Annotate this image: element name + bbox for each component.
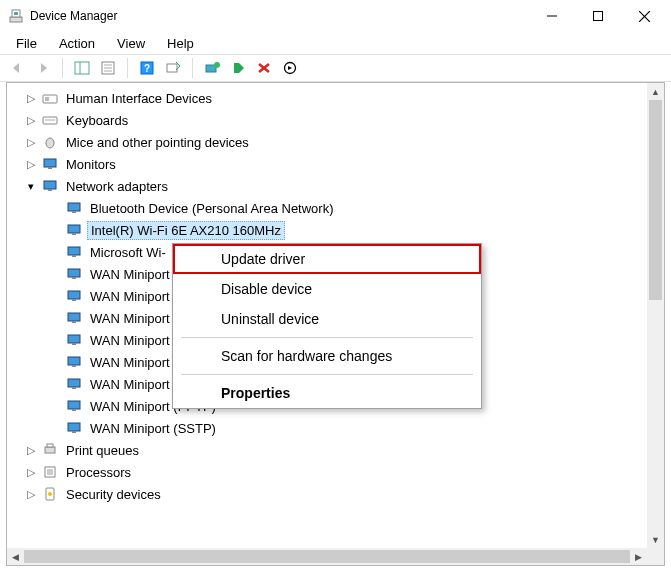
tree-node-mice[interactable]: ▷ Mice and other pointing devices xyxy=(11,131,647,153)
svg-rect-46 xyxy=(72,365,76,367)
svg-rect-54 xyxy=(47,444,53,447)
tree-node-keyboards[interactable]: ▷ Keyboards xyxy=(11,109,647,131)
expand-icon[interactable]: ▷ xyxy=(23,134,39,150)
toolbar-separator xyxy=(192,58,193,78)
ctx-scan-hardware[interactable]: Scan for hardware changes xyxy=(173,341,481,371)
processor-icon xyxy=(41,464,59,480)
menu-view[interactable]: View xyxy=(107,34,155,53)
svg-rect-35 xyxy=(68,247,80,255)
svg-rect-2 xyxy=(14,12,18,15)
adapter-icon xyxy=(65,310,83,326)
scroll-thumb[interactable] xyxy=(649,100,662,300)
menu-help[interactable]: Help xyxy=(157,34,204,53)
adapter-icon xyxy=(65,288,83,304)
tree-label: WAN Miniport xyxy=(87,332,173,349)
expand-icon[interactable]: ▷ xyxy=(23,156,39,172)
app-icon xyxy=(8,8,24,24)
back-button[interactable] xyxy=(6,57,28,79)
svg-point-58 xyxy=(48,492,52,496)
svg-text:?: ? xyxy=(144,63,150,74)
svg-rect-30 xyxy=(48,189,52,191)
svg-rect-32 xyxy=(72,211,76,213)
scroll-left-arrow[interactable]: ◀ xyxy=(7,548,24,565)
scroll-down-arrow[interactable]: ▼ xyxy=(647,531,664,548)
expand-icon[interactable]: ▷ xyxy=(23,112,39,128)
mouse-icon xyxy=(41,134,59,150)
tree-label: WAN Miniport xyxy=(87,354,173,371)
ctx-update-driver[interactable]: Update driver xyxy=(173,244,481,274)
tree-node-wifi-selected[interactable]: Intel(R) Wi-Fi 6E AX210 160MHz xyxy=(11,219,647,241)
svg-rect-38 xyxy=(72,277,76,279)
scroll-right-arrow[interactable]: ▶ xyxy=(630,548,647,565)
menu-bar: File Action View Help xyxy=(0,32,671,54)
svg-rect-40 xyxy=(72,299,76,301)
forward-button[interactable] xyxy=(32,57,54,79)
tree-node-monitors[interactable]: ▷ Monitors xyxy=(11,153,647,175)
expand-icon[interactable]: ▷ xyxy=(23,464,39,480)
adapter-icon xyxy=(65,376,83,392)
scroll-thumb[interactable] xyxy=(24,550,630,563)
ctx-properties[interactable]: Properties xyxy=(173,378,481,408)
tree-label: Bluetooth Device (Personal Area Network) xyxy=(87,200,337,217)
tree-node-hid[interactable]: ▷ Human Interface Devices xyxy=(11,87,647,109)
tree-label: Security devices xyxy=(63,486,164,503)
svg-rect-41 xyxy=(68,313,80,321)
tree-node-wan-sstp[interactable]: WAN Miniport (SSTP) xyxy=(11,417,647,439)
maximize-button[interactable] xyxy=(575,0,621,32)
minimize-button[interactable] xyxy=(529,0,575,32)
scroll-corner xyxy=(647,548,664,565)
tree-label: Print queues xyxy=(63,442,142,459)
svg-rect-49 xyxy=(68,401,80,409)
ctx-separator xyxy=(181,337,473,338)
properties-button[interactable] xyxy=(97,57,119,79)
menu-action[interactable]: Action xyxy=(49,34,105,53)
tree-node-processors[interactable]: ▷ Processors xyxy=(11,461,647,483)
tree-node-print[interactable]: ▷ Print queues xyxy=(11,439,647,461)
svg-rect-18 xyxy=(234,63,239,73)
vertical-scrollbar[interactable]: ▲ ▼ xyxy=(647,83,664,548)
tree-node-network[interactable]: ▾ Network adapters xyxy=(11,175,647,197)
update-driver-button[interactable] xyxy=(201,57,223,79)
expand-icon[interactable]: ▷ xyxy=(23,486,39,502)
tree-label: WAN Miniport xyxy=(87,288,173,305)
show-hide-console-button[interactable] xyxy=(71,57,93,79)
tree-label: WAN Miniport xyxy=(87,376,173,393)
context-menu: Update driver Disable device Uninstall d… xyxy=(172,243,482,409)
tree-label: Human Interface Devices xyxy=(63,90,215,107)
svg-rect-36 xyxy=(72,255,76,257)
tree-label: WAN Miniport xyxy=(87,310,173,327)
tree-node-bluetooth[interactable]: Bluetooth Device (Personal Area Network) xyxy=(11,197,647,219)
horizontal-scrollbar[interactable]: ◀ ▶ xyxy=(7,548,647,565)
svg-rect-27 xyxy=(44,159,56,167)
title-bar: Device Manager xyxy=(0,0,671,32)
uninstall-button[interactable] xyxy=(227,57,249,79)
tree-label-selected: Intel(R) Wi-Fi 6E AX210 160MHz xyxy=(87,221,285,240)
svg-rect-33 xyxy=(68,225,80,233)
disable-button[interactable] xyxy=(253,57,275,79)
ctx-disable-device[interactable]: Disable device xyxy=(173,274,481,304)
adapter-icon xyxy=(65,398,83,414)
expand-icon[interactable]: ▷ xyxy=(23,90,39,106)
tree-label: Network adapters xyxy=(63,178,171,195)
svg-rect-29 xyxy=(44,181,56,189)
tree-label: WAN Miniport (SSTP) xyxy=(87,420,219,437)
adapter-icon xyxy=(65,200,83,216)
svg-rect-4 xyxy=(594,12,603,21)
svg-rect-31 xyxy=(68,203,80,211)
scroll-up-arrow[interactable]: ▲ xyxy=(647,83,664,100)
menu-file[interactable]: File xyxy=(6,34,47,53)
collapse-icon[interactable]: ▾ xyxy=(23,178,39,194)
scan-hardware-button[interactable] xyxy=(162,57,184,79)
close-button[interactable] xyxy=(621,0,667,32)
network-icon xyxy=(41,178,59,194)
svg-rect-42 xyxy=(72,321,76,323)
printer-icon xyxy=(41,442,59,458)
svg-rect-28 xyxy=(48,167,52,169)
ctx-uninstall-device[interactable]: Uninstall device xyxy=(173,304,481,334)
svg-rect-45 xyxy=(68,357,80,365)
expand-icon[interactable]: ▷ xyxy=(23,442,39,458)
tree-node-security[interactable]: ▷ Security devices xyxy=(11,483,647,505)
svg-rect-7 xyxy=(75,62,89,74)
enable-button[interactable] xyxy=(279,57,301,79)
help-button[interactable]: ? xyxy=(136,57,158,79)
